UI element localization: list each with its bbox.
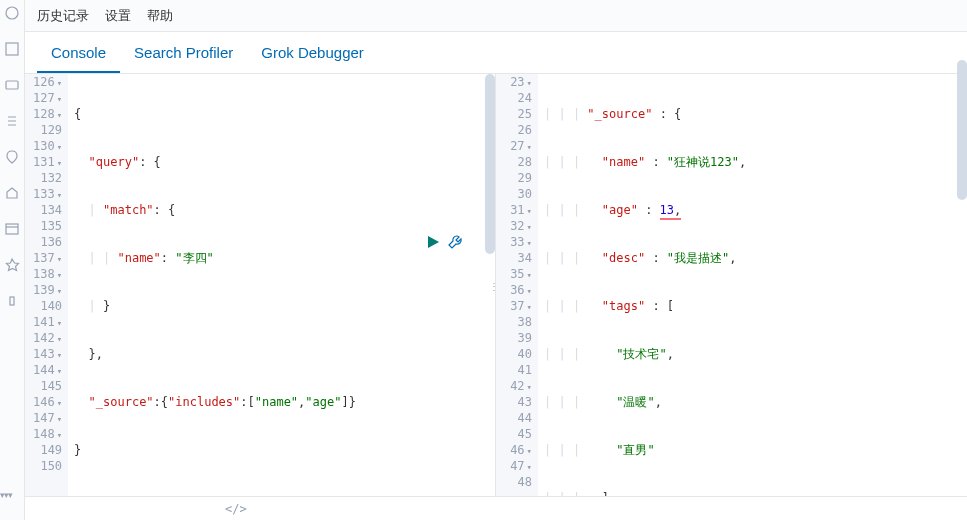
svg-rect-3	[6, 224, 18, 234]
code-icon[interactable]: </>	[225, 502, 247, 516]
side-nav	[0, 0, 25, 520]
nav-icon-8[interactable]	[4, 257, 20, 273]
response-gutter: 2324252627282930313233343536373839404142…	[496, 74, 538, 496]
run-request-icon[interactable]	[425, 234, 441, 253]
panel-resize-handle[interactable]: ⋮	[489, 285, 499, 289]
tab-profiler[interactable]: Search Profiler	[120, 34, 247, 73]
response-code: | | | "_source" : { | | | "name" : "狂神说1…	[538, 74, 967, 496]
dev-tools-tabs: Console Search Profiler Grok Debugger	[25, 32, 967, 74]
nav-icon-5[interactable]	[4, 149, 20, 165]
scroll-indicator-icon: ▾▾▾	[0, 490, 12, 500]
top-menu: 历史记录 设置 帮助	[25, 0, 967, 32]
svg-rect-1	[6, 43, 18, 55]
tab-console[interactable]: Console	[37, 34, 120, 73]
nav-icon-2[interactable]	[4, 41, 20, 57]
bottom-toolbar: </>	[25, 496, 967, 520]
tab-grok[interactable]: Grok Debugger	[247, 34, 378, 73]
menu-settings[interactable]: 设置	[105, 7, 131, 25]
nav-icon-7[interactable]	[4, 221, 20, 237]
response-panel[interactable]: 2324252627282930313233343536373839404142…	[496, 74, 967, 496]
response-scrollbar[interactable]	[955, 74, 967, 496]
menu-help[interactable]: 帮助	[147, 7, 173, 25]
editor-gutter: 1261271281291301311321331341351361371381…	[25, 74, 68, 496]
wrench-icon[interactable]	[447, 234, 463, 253]
svg-rect-4	[10, 297, 14, 305]
nav-icon-9[interactable]	[4, 293, 20, 309]
nav-icon-4[interactable]	[4, 113, 20, 129]
nav-icon-3[interactable]	[4, 77, 20, 93]
menu-history[interactable]: 历史记录	[37, 7, 89, 25]
svg-rect-2	[6, 81, 18, 89]
nav-icon-1[interactable]	[4, 5, 20, 21]
svg-point-0	[6, 7, 18, 19]
request-editor[interactable]: 1261271281291301311321331341351361371381…	[25, 74, 496, 496]
editor-code[interactable]: { "query": { | "match": { | | "name": "李…	[68, 74, 495, 496]
nav-icon-6[interactable]	[4, 185, 20, 201]
